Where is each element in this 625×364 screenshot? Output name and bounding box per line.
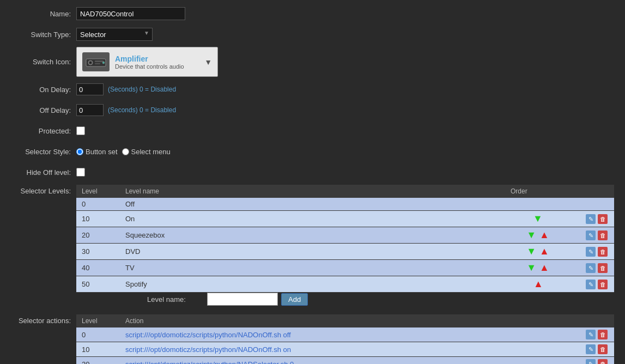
level-cell: 50 (76, 276, 120, 293)
edit-level-button[interactable]: ✎ (586, 280, 596, 289)
actions-table-body: 0script:///opt/domoticz/scripts/python/N… (76, 327, 614, 364)
level-order-cell (505, 198, 571, 211)
level-name-cell: On (120, 211, 505, 227)
level-name-cell: TV (120, 260, 505, 276)
levels-table-header: Level Level name Order (76, 185, 614, 198)
level-name-input[interactable] (207, 293, 278, 306)
edit-action-button[interactable]: ✎ (586, 330, 596, 339)
on-delay-row: On Delay: (Seconds) 0 = Disabled (11, 81, 614, 98)
level-cell: 30 (76, 244, 120, 260)
action-level-cell: 10 (76, 342, 120, 357)
move-down-arrow[interactable]: ▼ (526, 262, 536, 274)
move-down-arrow[interactable]: ▼ (526, 229, 536, 241)
edit-action-button[interactable]: ✎ (586, 359, 596, 364)
levels-table-row: 40TV▼▲✎🗑 (76, 260, 614, 276)
amplifier-svg (85, 54, 107, 70)
edit-level-button[interactable]: ✎ (586, 230, 596, 240)
actions-table-row: 10script:///opt/domoticz/scripts/python/… (76, 342, 614, 357)
delete-level-button[interactable]: 🗑 (598, 247, 608, 257)
hide-off-row: Hide Off level: (11, 164, 614, 180)
level-name-add-row: Level name: Add (76, 293, 614, 306)
actions-col-level: Level (76, 314, 120, 327)
selector-actions-label: Selector actions: (11, 314, 76, 325)
radio-button-set-text: Button set (86, 148, 118, 156)
delete-level-button[interactable]: 🗑 (598, 263, 608, 273)
levels-table-body: 0Off10On▼✎🗑20Squeezebox▼▲✎🗑30DVD▼▲✎🗑40TV… (76, 198, 614, 293)
levels-table-row: 20Squeezebox▼▲✎🗑 (76, 227, 614, 244)
radio-select-menu-text: Select menu (131, 148, 171, 156)
delete-level-button[interactable]: 🗑 (598, 214, 608, 224)
name-input[interactable] (76, 7, 185, 20)
action-actions-cell: ✎🗑 (571, 357, 614, 365)
level-actions-cell (571, 198, 614, 211)
levels-col-order: Order (505, 185, 571, 198)
edit-level-button[interactable]: ✎ (586, 263, 596, 273)
radio-button-set[interactable] (76, 148, 83, 155)
hide-off-checkbox[interactable] (76, 168, 85, 177)
switch-icon-selector[interactable]: Amplifier Device that controls audio ▼ (76, 47, 218, 77)
action-script-cell: script:///opt/domoticz/scripts/python/NA… (120, 357, 571, 365)
off-delay-input[interactable] (76, 104, 104, 116)
switch-icon-text: Amplifier Device that controls audio (115, 54, 201, 70)
selector-style-label: Selector Style: (11, 148, 76, 156)
switch-icon-row: Switch Icon: Amplifier Device that contr… (11, 47, 614, 77)
actions-table-row: 0script:///opt/domoticz/scripts/python/N… (76, 327, 614, 342)
switch-icon-image (82, 52, 110, 71)
edit-action-button[interactable]: ✎ (586, 344, 596, 354)
radio-select-menu-label[interactable]: Select menu (122, 148, 171, 156)
move-up-arrow[interactable]: ▲ (539, 246, 549, 257)
off-delay-row: Off Delay: (Seconds) 0 = Disabled (11, 102, 614, 118)
levels-table-row: 30DVD▼▲✎🗑 (76, 244, 614, 260)
edit-level-button[interactable]: ✎ (586, 247, 596, 257)
form-container: Name: Switch Type: Selector On/Off Dimme… (0, 0, 625, 364)
level-order-cell: ▼▲ (505, 260, 571, 276)
actions-col-actions (571, 314, 614, 327)
action-actions-cell: ✎🗑 (571, 327, 614, 342)
protected-label: Protected: (11, 127, 76, 135)
move-up-arrow[interactable]: ▲ (533, 278, 543, 290)
selector-levels-section: Selector Levels: Level Level name Order … (11, 185, 614, 310)
level-name-cell: Squeezebox (120, 227, 505, 244)
edit-level-button[interactable]: ✎ (586, 214, 596, 224)
add-level-button[interactable]: Add (281, 293, 308, 306)
level-cell: 20 (76, 227, 120, 244)
svg-rect-3 (95, 60, 104, 62)
delete-action-button[interactable]: 🗑 (598, 359, 608, 364)
level-name-cell: Off (120, 198, 505, 211)
switch-icon-subtitle: Device that controls audio (115, 63, 201, 70)
level-actions-cell: ✎🗑 (571, 227, 614, 244)
delete-level-button[interactable]: 🗑 (598, 230, 608, 240)
levels-table-container: Level Level name Order 0Off10On▼✎🗑20Sque… (76, 185, 614, 310)
levels-table-row: 50Spotify▲✎🗑 (76, 276, 614, 293)
level-order-cell: ▲ (505, 276, 571, 293)
action-level-cell: 0 (76, 327, 120, 342)
move-up-arrow[interactable]: ▲ (539, 229, 549, 241)
actions-table: Level Action 0script:///opt/domoticz/scr… (76, 314, 614, 364)
level-order-cell: ▼▲ (505, 244, 571, 260)
radio-button-set-label[interactable]: Button set (76, 148, 118, 156)
levels-col-name: Level name (120, 185, 505, 198)
selector-levels-label: Selector Levels: (11, 185, 76, 195)
levels-table: Level Level name Order 0Off10On▼✎🗑20Sque… (76, 185, 614, 293)
switch-icon-title: Amplifier (115, 54, 201, 63)
delete-action-button[interactable]: 🗑 (598, 330, 608, 339)
level-order-cell: ▼▲ (505, 227, 571, 244)
move-up-arrow[interactable]: ▲ (539, 262, 549, 274)
move-down-arrow[interactable]: ▼ (526, 246, 536, 257)
radio-select-menu[interactable] (122, 148, 129, 155)
delete-level-button[interactable]: 🗑 (598, 280, 608, 289)
selector-style-group: Button set Select menu (76, 148, 171, 156)
delete-action-button[interactable]: 🗑 (598, 344, 608, 354)
on-delay-hint: (Seconds) 0 = Disabled (108, 86, 176, 93)
levels-table-row: 0Off (76, 198, 614, 211)
protected-checkbox[interactable] (76, 126, 85, 135)
switch-type-select[interactable]: Selector On/Off Dimmer (76, 28, 153, 41)
off-delay-label: Off Delay: (11, 106, 76, 114)
level-name-cell: Spotify (120, 276, 505, 293)
actions-col-action: Action (120, 314, 571, 327)
on-delay-input[interactable] (76, 83, 104, 95)
move-down-arrow[interactable]: ▼ (533, 213, 543, 225)
level-cell: 0 (76, 198, 120, 211)
actions-table-header: Level Action (76, 314, 614, 327)
action-actions-cell: ✎🗑 (571, 342, 614, 357)
